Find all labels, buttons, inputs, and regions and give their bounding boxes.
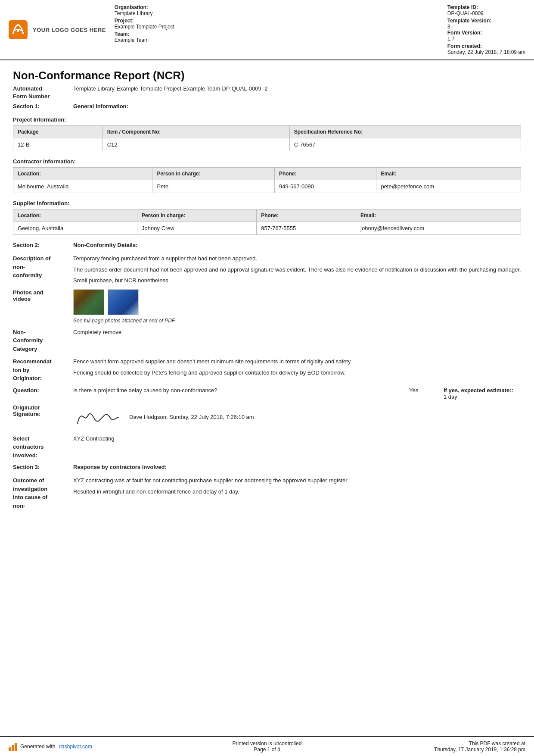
form-created-value: Sunday, 22 July 2018, 7:18:09 am: [447, 49, 525, 55]
footer-left: Generated with dashpivot.com: [9, 742, 146, 751]
project-spec-value: C-76567: [289, 138, 521, 151]
supplier-table-row: Geelong, Australia Johnny Crew 957-767-5…: [13, 222, 521, 235]
description-line-2: The purchase order document had not been…: [73, 266, 521, 274]
supplier-info-title: Supplier Information:: [13, 200, 521, 206]
contractor-table-row: Melbourne, Australia Pete 949-567-0090 p…: [13, 180, 521, 193]
outcome-row: Outcome ofinvestigationinto cause ofnon-…: [13, 476, 521, 510]
photo-thumbnail-2: [108, 289, 139, 315]
section1-label: Section 1:: [13, 103, 73, 109]
question-label: Question:: [13, 387, 73, 394]
question-estimate-label: If yes, expected estimate::: [444, 387, 513, 394]
template-id-row: Template ID: DP-QUAL-0009: [447, 4, 525, 16]
project-label: Project:: [115, 18, 174, 24]
description-row: Description ofnon-conformity Temporary f…: [13, 254, 521, 285]
project-package-value: 12-B: [13, 138, 103, 151]
nc-category-value: Completely remove: [73, 328, 521, 337]
photos-thumbs: [73, 289, 521, 315]
question-text: Is there a project time delay caused by …: [73, 387, 400, 394]
header-meta: Organisation: Template Library Project: …: [115, 4, 525, 55]
description-line-1: Temporary fencing purchased from a suppl…: [73, 254, 521, 263]
supplier-email-value: johnny@fencedlivery.com: [356, 222, 521, 235]
project-table-header: Package Item / Component No: Specificati…: [13, 126, 521, 138]
dashpivot-icon: [9, 742, 17, 751]
question-answer: Yes: [409, 387, 435, 394]
org-label: Organisation:: [115, 4, 174, 10]
outcome-line-1: XYZ contracting was at fault for not con…: [73, 476, 521, 485]
svg-point-1: [17, 29, 19, 32]
recommendation-value: Fence wasn't form approved supplier and …: [73, 357, 521, 377]
template-version-label: Template Version:: [447, 18, 525, 24]
footer-pdf-created: This PDF was created at: [388, 740, 525, 747]
form-number-label: AutomatedForm Number: [13, 85, 73, 100]
question-estimate-value: 1 day: [444, 394, 457, 400]
main-content: Non-Conformance Report (NCR) AutomatedFo…: [0, 60, 534, 736]
footer: Generated with dashpivot.com Printed ver…: [0, 736, 534, 756]
question-estimate: If yes, expected estimate:: 1 day: [444, 387, 521, 400]
form-number-row: AutomatedForm Number Template Library-Ex…: [13, 85, 521, 100]
outcome-value: XYZ contracting was at fault for not con…: [73, 476, 521, 496]
signature-meta: Dave Hodgson, Sunday, 22 July 2018, 7:26…: [129, 414, 254, 420]
org-value: Template Library: [115, 10, 174, 16]
header: YOUR LOGO GOES HERE Organisation: Templa…: [0, 0, 534, 60]
project-col-item: Item / Component No:: [102, 126, 289, 138]
supplier-info-table: Location: Person in charge: Phone: Email…: [13, 209, 521, 235]
footer-dashpivot-link[interactable]: dashpivot.com: [59, 744, 92, 750]
footer-right: This PDF was created at Thursday, 17 Jan…: [388, 740, 525, 753]
supplier-col-person: Person in charge:: [137, 209, 257, 222]
team-label: Team:: [115, 31, 174, 37]
photos-content: See full page photos attached at end of …: [73, 289, 521, 324]
project-table-row: 12-B C12 C-76567: [13, 138, 521, 151]
section1-title: General Information:: [73, 103, 128, 109]
supplier-location-value: Geelong, Australia: [13, 222, 137, 235]
header-meta-right: Template ID: DP-QUAL-0009 Template Versi…: [447, 4, 525, 55]
contractor-col-person: Person in charge:: [152, 168, 275, 180]
description-value: Temporary fencing purchased from a suppl…: [73, 254, 521, 285]
photos-label: Photos andvideos: [13, 289, 73, 302]
section2-title: Non-Conformity Details:: [73, 242, 138, 248]
outcome-label: Outcome ofinvestigationinto cause ofnon-: [13, 476, 73, 510]
footer-generated-text: Generated with: [20, 744, 55, 750]
template-id-value: DP-QUAL-0009: [447, 10, 525, 16]
project-row: Project: Example Template Project: [115, 18, 174, 30]
template-version-value: 3: [447, 24, 525, 30]
photos-caption: See full page photos attached at end of …: [73, 318, 521, 324]
section3-header: Section 3: Response by contractors invol…: [13, 464, 521, 470]
project-col-spec: Specification Reference No:: [289, 126, 521, 138]
page-title: Non-Conformance Report (NCR): [13, 69, 521, 82]
nc-category-row: Non-ConformityCategory Completely remove: [13, 328, 521, 353]
select-contractors-label: Selectcontractorsinvolved:: [13, 434, 73, 460]
form-created-label: Form created:: [447, 43, 525, 49]
form-number-value: Template Library-Example Template Projec…: [73, 85, 268, 93]
signature-svg: [73, 404, 121, 430]
signature-label: OriginatorSignature:: [13, 404, 73, 417]
project-info-title: Project Information:: [13, 116, 521, 123]
recommendation-line-1: Fence wasn't form approved supplier and …: [73, 357, 521, 366]
project-value: Example Template Project: [115, 24, 174, 30]
footer-uncontrolled: Printed version is uncontrolled: [146, 740, 388, 747]
supplier-table-header: Location: Person in charge: Phone: Email…: [13, 209, 521, 222]
recommendation-label: Recommendation byOriginator:: [13, 357, 73, 383]
project-item-value: C12: [102, 138, 289, 151]
contractor-phone-value: 949-567-0090: [275, 180, 376, 193]
select-contractors-value: XYZ Contracting: [73, 434, 521, 443]
contractor-col-email: Email:: [376, 168, 521, 180]
recommendation-row: Recommendation byOriginator: Fence wasn'…: [13, 357, 521, 383]
description-label: Description ofnon-conformity: [13, 254, 73, 280]
contractor-person-value: Pete: [152, 180, 275, 193]
outcome-line-2: Resulted in wrongful and non-conformant …: [73, 487, 521, 496]
section3-title: Response by contractors involved:: [73, 464, 167, 470]
photo-thumbnail-1: [73, 289, 104, 315]
logo-text: YOUR LOGO GOES HERE: [33, 27, 106, 33]
footer-center: Printed version is uncontrolled Page 1 o…: [146, 740, 388, 753]
signature-content: Dave Hodgson, Sunday, 22 July 2018, 7:26…: [73, 404, 521, 430]
recommendation-line-2: Fencing should be collected by Pete's fe…: [73, 369, 521, 377]
page: YOUR LOGO GOES HERE Organisation: Templa…: [0, 0, 534, 756]
form-version-label: Form Version:: [447, 30, 525, 36]
team-row: Team: Example Team: [115, 31, 174, 43]
question-content: Is there a project time delay caused by …: [73, 387, 521, 400]
contractor-email-value: pete@petefence.com: [376, 180, 521, 193]
section3-label: Section 3:: [13, 464, 73, 470]
signature-image: [73, 404, 121, 430]
supplier-col-location: Location:: [13, 209, 137, 222]
header-meta-left: Organisation: Template Library Project: …: [115, 4, 174, 55]
